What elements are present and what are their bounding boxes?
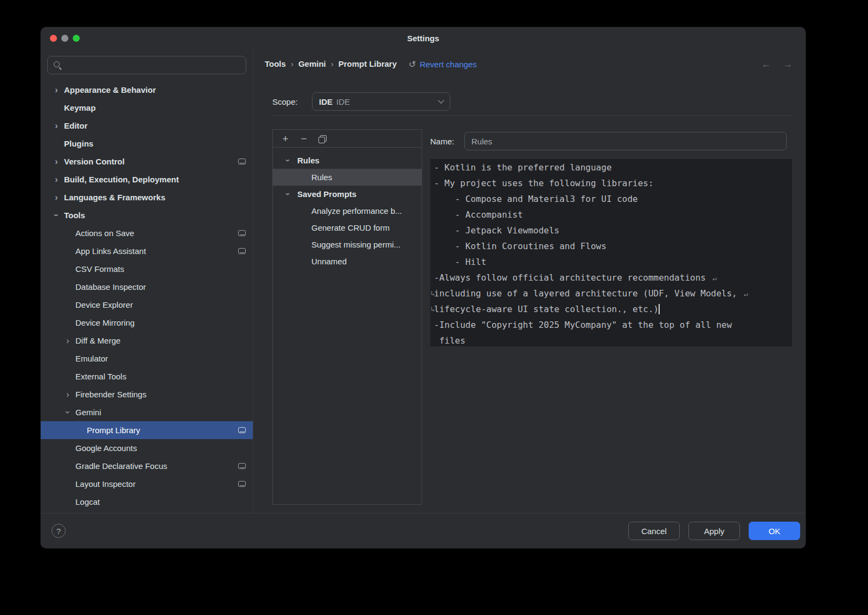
sidebar-item-label: Emulator bbox=[75, 354, 108, 363]
editor-line-text: - Hilt bbox=[434, 257, 486, 267]
sidebar-item[interactable]: Emulator bbox=[41, 350, 253, 367]
prompt-list-item[interactable]: › Saved Prompts bbox=[273, 186, 422, 202]
sidebar-item-label: CSV Formats bbox=[75, 264, 124, 274]
name-label: Name: bbox=[430, 137, 464, 146]
apply-button[interactable]: Apply bbox=[688, 522, 740, 540]
breadcrumb-item[interactable]: Tools bbox=[265, 59, 286, 68]
close-window-button[interactable] bbox=[50, 35, 57, 42]
forward-icon[interactable]: → bbox=[783, 59, 793, 70]
editor-line-text: including use of a layered architecture … bbox=[434, 288, 742, 299]
scope-row: Scope: IDE IDE bbox=[253, 92, 450, 111]
settings-body: › Appearance & Behavior Keymap › Editor … bbox=[41, 49, 806, 513]
prompt-item-label: Analyze performance b... bbox=[311, 206, 402, 215]
editor-line-text: -Always follow official architecture rec… bbox=[434, 272, 711, 283]
sidebar-item-label: Plugins bbox=[64, 139, 93, 148]
footer-buttons: Cancel Apply OK bbox=[628, 522, 800, 540]
sidebar-item-label: Device Mirroring bbox=[75, 318, 135, 327]
ide-settings-icon bbox=[238, 427, 246, 433]
sidebar-item-label: Prompt Library bbox=[87, 426, 140, 435]
prompt-tree: › Rules Rules › Saved Prompts Analyze pe… bbox=[273, 148, 422, 270]
prompt-item-label: Rules bbox=[311, 173, 332, 182]
sidebar-item-label: Actions on Save bbox=[75, 229, 134, 238]
sidebar-item-label: Build, Execution, Deployment bbox=[64, 175, 179, 184]
prompt-name-input[interactable] bbox=[464, 132, 787, 150]
sidebar-item[interactable]: › Build, Execution, Deployment bbox=[41, 170, 253, 188]
chevron-icon: › bbox=[64, 332, 72, 350]
remove-icon[interactable]: − bbox=[295, 130, 313, 148]
prompt-editor[interactable]: - Kotlin is the preferred language- My p… bbox=[430, 159, 792, 346]
prompt-list-item[interactable]: › Rules bbox=[273, 152, 422, 169]
back-icon[interactable]: ← bbox=[761, 59, 771, 70]
ide-settings-icon bbox=[238, 481, 246, 487]
breadcrumb-separator: › bbox=[291, 59, 293, 68]
sidebar-item[interactable]: CSV Formats bbox=[41, 260, 253, 278]
help-button[interactable]: ? bbox=[52, 524, 66, 538]
copy-icon-glyph bbox=[318, 135, 327, 143]
sidebar-item[interactable]: Device Explorer bbox=[41, 296, 253, 314]
ide-settings-icon bbox=[238, 248, 246, 254]
sidebar-item[interactable]: › Appearance & Behavior bbox=[41, 81, 253, 99]
sidebar-item[interactable]: › Diff & Merge bbox=[41, 332, 253, 350]
copy-icon[interactable] bbox=[313, 130, 331, 148]
sidebar-item[interactable]: Keymap bbox=[41, 99, 253, 117]
editor-line-text: - Jetpack Viewmodels bbox=[434, 225, 559, 236]
prompt-list-item[interactable]: Analyze performance b... bbox=[273, 202, 422, 219]
scope-select[interactable]: IDE IDE bbox=[312, 92, 450, 111]
prompt-list-item[interactable]: Suggest missing permi... bbox=[273, 236, 422, 253]
window-controls bbox=[50, 27, 80, 49]
sidebar-search[interactable] bbox=[47, 56, 246, 74]
ide-settings-icon bbox=[238, 463, 246, 469]
scope-label: Scope: bbox=[272, 97, 312, 106]
breadcrumb-item[interactable]: Prompt Library bbox=[339, 59, 397, 68]
add-icon[interactable]: + bbox=[276, 130, 295, 148]
cancel-button[interactable]: Cancel bbox=[628, 522, 680, 540]
sidebar-item[interactable]: › Firebender Settings bbox=[41, 385, 253, 403]
sidebar-item[interactable]: App Links Assistant bbox=[41, 242, 253, 260]
editor-line: - Jetpack Viewmodels bbox=[434, 223, 788, 238]
prompt-list-item[interactable]: Generate CRUD form bbox=[273, 219, 422, 236]
prompt-list-item[interactable]: Unnamed bbox=[273, 253, 422, 270]
chevron-icon: › bbox=[53, 117, 60, 135]
sidebar-item[interactable]: › Editor bbox=[41, 117, 253, 135]
sidebar-item-label: External Tools bbox=[75, 372, 126, 381]
sidebar-item[interactable]: Gradle Declarative Focus bbox=[41, 457, 253, 475]
sidebar-item[interactable]: Logcat bbox=[41, 493, 253, 511]
sidebar-item[interactable]: › Languages & Frameworks bbox=[41, 188, 253, 206]
chevron-icon: › bbox=[53, 188, 60, 206]
sidebar-item[interactable]: Google Accounts bbox=[41, 439, 253, 457]
zoom-window-button[interactable] bbox=[73, 35, 80, 42]
sidebar-item[interactable]: › Gemini bbox=[41, 403, 253, 421]
editor-line-text: -Include "Copyright 2025 MyCompany" at t… bbox=[434, 320, 732, 330]
editor-line-text: files bbox=[434, 335, 465, 346]
sidebar-item[interactable]: Device Mirroring bbox=[41, 314, 253, 332]
sidebar-item[interactable]: Layout Inspector bbox=[41, 475, 253, 493]
editor-line: - Hilt bbox=[434, 254, 788, 270]
prompt-list-item[interactable]: Rules bbox=[273, 169, 422, 186]
sidebar-item-label: Logcat bbox=[75, 497, 100, 506]
settings-tree: › Appearance & Behavior Keymap › Editor … bbox=[41, 81, 253, 511]
ide-settings-icon bbox=[238, 158, 246, 164]
ok-button[interactable]: OK bbox=[749, 522, 800, 540]
breadcrumb-item[interactable]: Gemini bbox=[298, 59, 326, 68]
chevron-down-icon bbox=[438, 97, 444, 103]
sidebar-item[interactable]: External Tools bbox=[41, 367, 253, 385]
chevron-icon: › bbox=[53, 153, 60, 170]
sidebar-item-label: Device Explorer bbox=[75, 300, 133, 309]
dialog-footer: ? Cancel Apply OK bbox=[41, 513, 806, 548]
search-input[interactable] bbox=[66, 61, 240, 69]
minimize-window-button[interactable] bbox=[61, 35, 68, 42]
sidebar-item-label: Database Inspector bbox=[75, 282, 146, 291]
revert-icon[interactable]: ↺ bbox=[409, 59, 416, 69]
settings-content: Tools › Gemini › Prompt Library ↺ Revert… bbox=[253, 49, 806, 513]
revert-changes-link[interactable]: Revert changes bbox=[420, 60, 477, 69]
sidebar-item[interactable]: Plugins bbox=[41, 135, 253, 153]
sidebar-item-label: Languages & Frameworks bbox=[64, 193, 165, 202]
sidebar-item[interactable]: Actions on Save bbox=[41, 224, 253, 242]
sidebar-item-label: Diff & Merge bbox=[75, 336, 120, 345]
soft-wrap-icon: ↳ bbox=[431, 301, 435, 317]
sidebar-item[interactable]: › Version Control bbox=[41, 153, 253, 170]
sidebar-item[interactable]: › Tools bbox=[41, 206, 253, 224]
sidebar-item[interactable]: Database Inspector bbox=[41, 278, 253, 296]
prompt-list-toolbar: + − bbox=[273, 130, 422, 148]
sidebar-item[interactable]: Prompt Library bbox=[41, 421, 253, 439]
